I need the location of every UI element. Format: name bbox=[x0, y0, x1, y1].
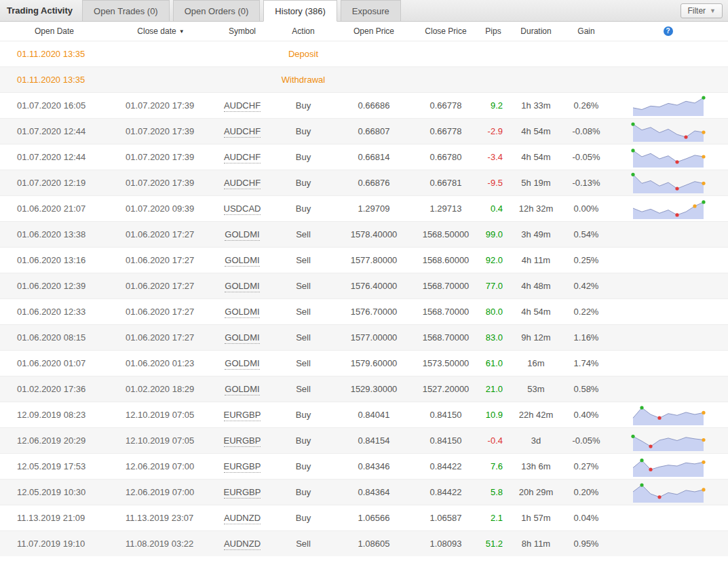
pips-cell: 83.0 bbox=[479, 324, 507, 350]
action-cell: Sell bbox=[271, 273, 335, 298]
gain-cell: -0.05% bbox=[564, 427, 608, 453]
symbol-link[interactable]: AUDCHF bbox=[224, 126, 261, 138]
column-header-action[interactable]: Action bbox=[271, 22, 335, 41]
close-price-cell: 0.84150 bbox=[413, 402, 479, 427]
pips-cell: 92.0 bbox=[479, 247, 507, 273]
pips-cell: 99.0 bbox=[479, 221, 507, 247]
trade-sparkline bbox=[630, 171, 706, 194]
open-price-cell: 0.84154 bbox=[335, 427, 413, 453]
close-price-cell: 1568.70000 bbox=[413, 298, 479, 324]
symbol-link[interactable]: EURGBP bbox=[224, 410, 261, 421]
gain-cell: 0.26% bbox=[564, 92, 608, 118]
chart-cell bbox=[608, 324, 728, 350]
close-price-cell: 1573.50000 bbox=[413, 350, 479, 376]
tab-exposure[interactable]: Exposure bbox=[341, 0, 401, 21]
green-marker-dot bbox=[702, 200, 705, 203]
symbol-link[interactable]: AUDCHF bbox=[224, 100, 261, 112]
close-date-cell: 01.06.2020 17:27 bbox=[109, 221, 213, 247]
pips-cell: 80.0 bbox=[479, 298, 507, 324]
pips-cell: 9.2 bbox=[479, 92, 507, 118]
open-price-cell: 1579.60000 bbox=[335, 350, 413, 376]
table-row: 01.02.2020 17:3601.02.2020 18:29GOLDMISe… bbox=[0, 376, 728, 402]
column-header-open-price[interactable]: Open Price bbox=[335, 22, 413, 41]
symbol-link[interactable]: GOLDMI bbox=[225, 307, 259, 318]
column-header-symbol[interactable]: Symbol bbox=[213, 22, 271, 41]
trade-sparkline bbox=[630, 403, 706, 426]
gain-cell: 0.54% bbox=[564, 221, 608, 247]
gain-cell bbox=[564, 66, 608, 92]
pips-cell: 7.6 bbox=[479, 453, 507, 479]
pips-cell: 10.9 bbox=[479, 402, 507, 427]
tab-history-386[interactable]: History (386) bbox=[263, 0, 337, 22]
table-row: 11.07.2019 19:1011.08.2019 03:22AUDNZDSe… bbox=[0, 530, 728, 556]
close-date-cell: 01.06.2020 01:23 bbox=[109, 350, 213, 376]
open-price-cell: 1.08605 bbox=[335, 530, 413, 556]
action-cell: Buy bbox=[271, 427, 335, 453]
action-cell: Buy bbox=[271, 170, 335, 195]
symbol-link[interactable]: GOLDMI bbox=[225, 281, 259, 292]
tab-open-trades-0[interactable]: Open Trades (0) bbox=[82, 0, 170, 21]
column-header-pips[interactable]: Pips bbox=[479, 22, 507, 41]
tabs-container: Open Trades (0)Open Orders (0)History (3… bbox=[82, 0, 404, 21]
pips-cell: 5.8 bbox=[479, 479, 507, 505]
symbol-cell: EURGBP bbox=[213, 479, 271, 505]
action-cell: Buy bbox=[271, 144, 335, 170]
column-header-gain[interactable]: Gain bbox=[564, 22, 608, 41]
pips-cell: 61.0 bbox=[479, 350, 507, 376]
open-price-cell: 0.84346 bbox=[335, 453, 413, 479]
close-date-cell: 12.10.2019 07:05 bbox=[109, 402, 213, 427]
action-cell: Buy bbox=[271, 479, 335, 505]
symbol-link[interactable]: EURGBP bbox=[224, 435, 261, 447]
symbol-link[interactable]: GOLDMI bbox=[225, 332, 259, 344]
symbol-link[interactable]: GOLDMI bbox=[225, 255, 259, 267]
symbol-link[interactable]: AUDCHF bbox=[224, 152, 261, 163]
green-marker-dot bbox=[640, 406, 643, 410]
action-cell: Buy bbox=[271, 195, 335, 221]
close-date-cell bbox=[109, 66, 213, 92]
action-cell: Sell bbox=[271, 298, 335, 324]
action-cell: Sell bbox=[271, 350, 335, 376]
symbol-link[interactable]: GOLDMI bbox=[225, 384, 259, 395]
trade-sparkline bbox=[630, 429, 706, 452]
close-price-cell: 0.84150 bbox=[413, 427, 479, 453]
tab-open-orders-0[interactable]: Open Orders (0) bbox=[173, 0, 261, 21]
open-price-cell: 0.66814 bbox=[335, 144, 413, 170]
chart-cell bbox=[608, 402, 728, 427]
action-cell: Deposit bbox=[271, 41, 335, 66]
pips-cell: -3.4 bbox=[479, 144, 507, 170]
symbol-link[interactable]: EURGBP bbox=[224, 487, 261, 499]
open-price-cell: 0.84041 bbox=[335, 402, 413, 427]
open-date-cell: 12.05.2019 17:53 bbox=[0, 453, 109, 479]
duration-cell: 3h 49m bbox=[507, 221, 564, 247]
duration-cell bbox=[507, 66, 564, 92]
filter-button[interactable]: Filter ▼ bbox=[681, 3, 723, 18]
column-header-close-date[interactable]: Close date▼ bbox=[109, 22, 213, 41]
symbol-link[interactable]: AUDNZD bbox=[224, 513, 261, 524]
duration-cell: 4h 11m bbox=[507, 247, 564, 273]
action-cell: Buy bbox=[271, 453, 335, 479]
column-header-close-price[interactable]: Close Price bbox=[413, 22, 479, 41]
symbol-link[interactable]: GOLDMI bbox=[225, 358, 259, 370]
symbol-link[interactable]: GOLDMI bbox=[225, 229, 259, 241]
open-date-cell: 12.05.2019 10:30 bbox=[0, 479, 109, 505]
help-icon[interactable]: ? bbox=[664, 26, 673, 36]
symbol-cell bbox=[213, 66, 271, 92]
gain-cell: -0.13% bbox=[564, 170, 608, 195]
column-header-duration[interactable]: Duration bbox=[507, 22, 564, 41]
open-date-cell: 01.06.2020 12:39 bbox=[0, 273, 109, 298]
table-row: 01.06.2020 12:3301.06.2020 17:27GOLDMISe… bbox=[0, 298, 728, 324]
table-row: 11.13.2019 21:0911.13.2019 23:07AUDNZDBu… bbox=[0, 505, 728, 530]
chart-cell bbox=[608, 453, 728, 479]
symbol-cell: GOLDMI bbox=[213, 324, 271, 350]
table-row: 12.09.2019 08:2312.10.2019 07:05EURGBPBu… bbox=[0, 402, 728, 427]
chart-cell bbox=[608, 479, 728, 505]
symbol-link[interactable]: USDCAD bbox=[224, 203, 261, 215]
symbol-link[interactable]: AUDNZD bbox=[224, 539, 261, 550]
filter-label: Filter bbox=[687, 6, 706, 16]
close-date-cell: 12.06.2019 07:00 bbox=[109, 453, 213, 479]
column-header-open-date[interactable]: Open Date bbox=[0, 22, 109, 41]
symbol-link[interactable]: AUDCHF bbox=[224, 178, 261, 189]
open-price-cell: 1576.40000 bbox=[335, 273, 413, 298]
close-date-cell: 01.07.2020 09:39 bbox=[109, 195, 213, 221]
symbol-link[interactable]: EURGBP bbox=[224, 461, 261, 473]
